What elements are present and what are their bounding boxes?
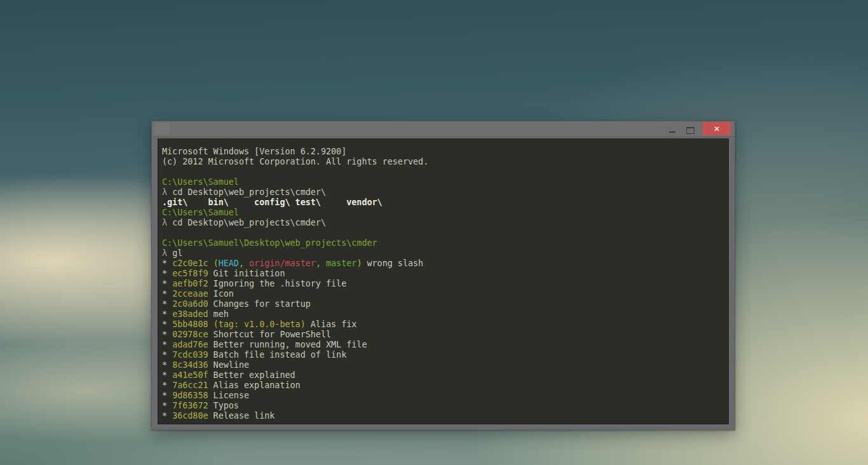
desktop-wallpaper: ✕ Microsoft Windows [Version 6.2.9200](c…: [0, 0, 868, 465]
terminal-line: * 2cceaae Icon: [162, 289, 726, 299]
terminal-line: * 9d86358 License: [162, 391, 726, 401]
terminal-line: * aefb0f2 Ignoring the .history file: [162, 279, 726, 289]
minimize-icon: [669, 131, 675, 133]
terminal-line: * 7f63672 Typos: [162, 401, 726, 411]
terminal-line: * e38aded meh: [162, 309, 726, 320]
window-icon: [154, 123, 170, 135]
terminal-line: [162, 228, 726, 238]
terminal-line: .git\ bin\ config\ test\ vendor\: [162, 198, 726, 208]
terminal-line: * ec5f8f9 Git initiation: [162, 269, 726, 279]
terminal-line: C:\Users\Samuel: [162, 177, 726, 187]
close-button[interactable]: ✕: [703, 122, 731, 135]
terminal-line: Microsoft Windows [Version 6.2.9200]: [162, 147, 726, 157]
terminal-line: * 7a6cc21 Alias explanation: [162, 381, 726, 391]
console-window: ✕ Microsoft Windows [Version 6.2.9200](c…: [151, 121, 735, 430]
minimize-button[interactable]: [663, 121, 681, 137]
terminal-line: (c) 2012 Microsoft Corporation. All righ…: [162, 157, 726, 167]
terminal-line: C:\Users\Samuel\Desktop\web_projects\cmd…: [162, 238, 726, 248]
titlebar[interactable]: ✕: [152, 121, 735, 137]
terminal-output[interactable]: Microsoft Windows [Version 6.2.9200](c) …: [158, 138, 729, 424]
window-frame: Microsoft Windows [Version 6.2.9200](c) …: [152, 137, 735, 430]
terminal-line: * 36cd80e Release link: [162, 411, 726, 421]
terminal-line: * a41e50f Better explained: [162, 370, 726, 381]
terminal-line: * 5bb4808 (tag: v1.0.0-beta) Alias fix: [162, 320, 726, 330]
window-controls: ✕: [663, 121, 731, 137]
terminal-line: * c2c0e1c (HEAD, origin/master, master) …: [162, 259, 726, 269]
maximize-button[interactable]: [681, 121, 699, 137]
terminal-line: * 02978ce Shortcut for PowerShell: [162, 330, 726, 340]
terminal-line: * adad76e Better running, moved XML file: [162, 340, 726, 350]
terminal-line: λ cd Desktop\web_projects\cmder\: [162, 187, 726, 198]
terminal-line: * 2c0a6d0 Changes for startup: [162, 299, 726, 309]
terminal-line: [162, 167, 726, 177]
terminal-line: * 8c34d36 Newline: [162, 360, 726, 370]
maximize-icon: [686, 127, 695, 134]
terminal-line: * 7cdc039 Batch file instead of link: [162, 350, 726, 360]
close-icon: ✕: [714, 125, 720, 133]
terminal-line: λ cd Desktop\web_projects\cmder\: [162, 218, 726, 228]
terminal-line: λ gl: [162, 248, 726, 259]
terminal-line: C:\Users\Samuel: [162, 208, 726, 218]
